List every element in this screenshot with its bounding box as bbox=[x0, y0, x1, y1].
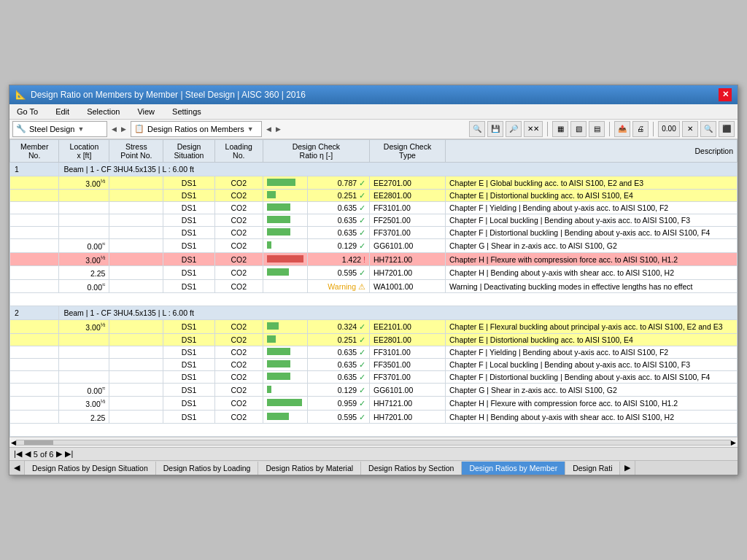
menu-selection[interactable]: Selection bbox=[82, 106, 124, 117]
cell-situation: DS1 bbox=[163, 383, 215, 397]
row-tool[interactable]: ▤ bbox=[589, 121, 605, 137]
col-tool[interactable]: ▧ bbox=[570, 121, 587, 137]
cell-loading: CO2 bbox=[214, 410, 263, 424]
dropdown-arrow[interactable]: ▼ bbox=[77, 125, 84, 133]
table-row: DS1 CO2 0.635 ✓ FF2501.00 Chapter F | Lo… bbox=[10, 214, 738, 227]
value-tool[interactable]: 0.00 bbox=[658, 121, 680, 137]
cell-loading: CO2 bbox=[214, 333, 263, 346]
cell-member bbox=[10, 383, 59, 397]
menu-goto[interactable]: Go To bbox=[12, 106, 42, 117]
filter-tool[interactable]: 🔎 bbox=[506, 121, 522, 137]
cell-type: EE2801.00 bbox=[369, 190, 445, 202]
cell-description: Chapter E | Flexural buckling about prin… bbox=[446, 320, 738, 334]
nav-prev-module[interactable]: ◀ bbox=[112, 125, 117, 133]
tab-extra[interactable]: Design Rati bbox=[565, 462, 620, 475]
cell-location bbox=[59, 346, 109, 358]
tab-by-design-situation[interactable]: Design Ratios by Design Situation bbox=[25, 462, 156, 475]
save-tool[interactable]: 💾 bbox=[487, 121, 503, 137]
cell-loading: CO2 bbox=[214, 383, 263, 397]
menu-edit[interactable]: Edit bbox=[51, 106, 74, 117]
cell-description: Chapter H | Flexure with compression for… bbox=[446, 397, 738, 411]
nav-next-view[interactable]: ▶ bbox=[276, 125, 281, 133]
find-tool[interactable]: 🔍 bbox=[700, 121, 716, 137]
text-tool[interactable]: ✕✕ bbox=[524, 121, 543, 137]
cell-stress bbox=[109, 370, 163, 383]
cell-loading: CO2 bbox=[214, 239, 263, 253]
scroll-left-btn[interactable]: ◀ bbox=[11, 439, 16, 446]
cell-type: FF2501.00 bbox=[369, 214, 445, 227]
cell-description: Chapter F | Distortional buckling | Bend… bbox=[446, 227, 738, 239]
cell-stress bbox=[109, 266, 163, 280]
cell-loading: CO2 bbox=[214, 397, 263, 411]
table-row: 3.00½ DS1 CO2 0.787 ✓ EE2701.00 Chapter … bbox=[10, 176, 738, 190]
cell-ratio-bar bbox=[263, 358, 307, 370]
export-tool[interactable]: 📤 bbox=[614, 121, 630, 137]
menu-view[interactable]: View bbox=[133, 106, 159, 117]
nav-first-btn[interactable]: |◀ bbox=[14, 449, 22, 459]
col-header-loading: LoadingNo. bbox=[214, 139, 263, 162]
cell-description: Chapter F | Local buckling | Bending abo… bbox=[446, 358, 738, 370]
nav-prev-view[interactable]: ◀ bbox=[266, 125, 271, 133]
icon-toolbar: 🔍 💾 🔎 ✕✕ ▦ ▧ ▤ 📤 🖨 0.00 ✕ 🔍 ⬛ bbox=[469, 121, 735, 137]
cell-location bbox=[59, 227, 109, 239]
breadcrumb-arrow[interactable]: ▼ bbox=[247, 125, 254, 133]
table-row: 0.00≈ DS1 CO2 Warning ⚠ WA1001.00 Warnin… bbox=[10, 279, 738, 293]
cell-stress bbox=[109, 333, 163, 346]
cell-ratio-bar bbox=[263, 320, 307, 334]
cell-description: Chapter E | Distortional buckling acc. t… bbox=[446, 333, 738, 346]
nav-next-module[interactable]: ▶ bbox=[121, 125, 126, 133]
cell-type: FF3501.00 bbox=[369, 358, 445, 370]
cell-situation: DS1 bbox=[163, 279, 215, 293]
cell-location: 3.00½ bbox=[59, 176, 109, 190]
cell-member bbox=[10, 252, 59, 266]
search-tool[interactable]: 🔍 bbox=[469, 121, 485, 137]
breadcrumb-label: Design Ratios on Members bbox=[147, 125, 244, 133]
cell-ratio-bar bbox=[263, 370, 307, 383]
cell-ratio-value: 0.635 ✓ bbox=[307, 358, 369, 370]
col-header-ratio: Design CheckRatio η [-] bbox=[263, 139, 369, 162]
nav-last-btn[interactable]: ▶| bbox=[65, 449, 73, 459]
cell-situation: DS1 bbox=[163, 227, 215, 239]
cell-situation: DS1 bbox=[163, 266, 215, 280]
table-row: DS1 CO2 0.251 ✓ EE2801.00 Chapter E | Di… bbox=[10, 333, 738, 346]
scroll-track[interactable] bbox=[16, 440, 731, 446]
tab-scroll-right[interactable]: ▶ bbox=[620, 461, 635, 475]
grid-tool[interactable]: ▦ bbox=[552, 121, 568, 137]
data-table-container: MemberNo. Locationx [ft] StressPoint No.… bbox=[9, 139, 738, 438]
cell-ratio-value: 0.595 ✓ bbox=[307, 410, 369, 424]
scroll-right-btn[interactable]: ▶ bbox=[731, 439, 736, 446]
cell-stress bbox=[109, 190, 163, 202]
table-row: DS1 CO2 0.635 ✓ FF3101.00 Chapter F | Yi… bbox=[10, 346, 738, 358]
print-tool[interactable]: 🖨 bbox=[632, 121, 649, 137]
cell-stress bbox=[109, 397, 163, 411]
tab-by-loading[interactable]: Design Ratios by Loading bbox=[156, 462, 259, 475]
cell-type: HH7201.00 bbox=[369, 266, 445, 280]
cell-member bbox=[10, 239, 59, 253]
cell-location: 3.00½ bbox=[59, 252, 109, 266]
module-label: Steel Design bbox=[29, 125, 74, 133]
breadcrumb-icon: 📋 bbox=[134, 124, 144, 133]
cell-description: Chapter E | Distortional buckling acc. t… bbox=[446, 190, 738, 202]
close-button[interactable]: ✕ bbox=[719, 88, 732, 101]
config-tool[interactable]: ⬛ bbox=[719, 121, 735, 137]
nav-prev-btn[interactable]: ◀ bbox=[25, 449, 31, 459]
cell-ratio-bar bbox=[263, 333, 307, 346]
scroll-thumb[interactable] bbox=[24, 440, 53, 445]
cell-situation: DS1 bbox=[163, 202, 215, 214]
horizontal-scrollbar[interactable]: ◀ ▶ bbox=[9, 437, 738, 447]
tab-by-member[interactable]: Design Ratios by Member bbox=[462, 462, 565, 475]
cell-location bbox=[59, 190, 109, 202]
tab-by-material[interactable]: Design Ratios by Material bbox=[258, 462, 361, 475]
window-title: Design Ratio on Members by Member | Stee… bbox=[31, 90, 306, 100]
tab-scroll-left[interactable]: ◀ bbox=[9, 461, 25, 475]
table-row: 0.00≈ DS1 CO2 0.129 ✓ GG6101.00 Chapter … bbox=[10, 239, 738, 253]
cell-situation: DS1 bbox=[163, 410, 215, 424]
cancel-tool[interactable]: ✕ bbox=[682, 121, 698, 137]
nav-next-btn[interactable]: ▶ bbox=[56, 449, 62, 459]
spacer-row bbox=[10, 293, 738, 306]
cell-ratio-bar bbox=[263, 252, 307, 266]
menu-settings[interactable]: Settings bbox=[168, 106, 206, 117]
tab-by-section[interactable]: Design Ratios by Section bbox=[361, 462, 462, 475]
module-dropdown[interactable]: 🔧 Steel Design ▼ bbox=[12, 121, 107, 137]
cell-member bbox=[10, 202, 59, 214]
